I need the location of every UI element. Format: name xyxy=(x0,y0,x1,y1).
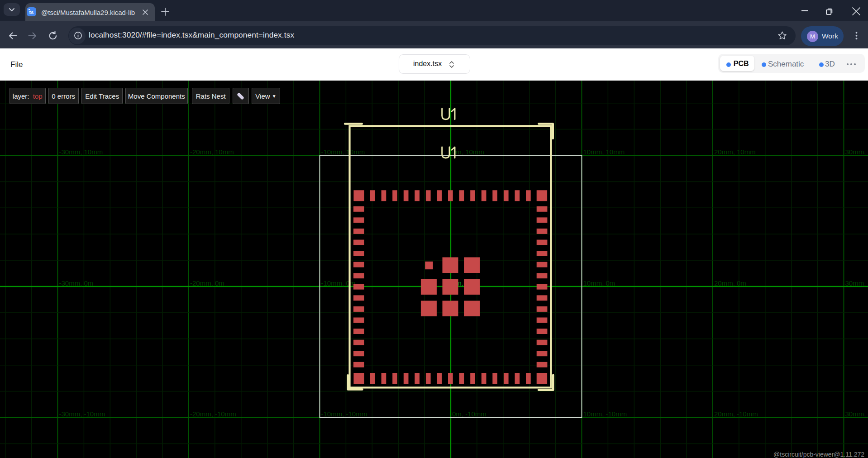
svg-text:30mm, 10mm: 30mm, 10mm xyxy=(845,148,868,156)
svg-text:30mm, 0m: 30mm, 0m xyxy=(845,279,868,287)
svg-text:20mm, 10mm: 20mm, 10mm xyxy=(714,148,756,156)
svg-text:10mm, 0m: 10mm, 0m xyxy=(583,279,615,287)
svg-text:10mm, 10mm: 10mm, 10mm xyxy=(583,148,625,156)
svg-text:-30mm, -10mm: -30mm, -10mm xyxy=(59,410,105,418)
svg-text:30mm, -10mm: 30mm, -10mm xyxy=(845,410,868,418)
svg-text:-20mm, 10mm: -20mm, 10mm xyxy=(190,148,234,156)
svg-text:-10mm, -10mm: -10mm, -10mm xyxy=(321,410,367,418)
svg-text:20mm, -10mm: 20mm, -10mm xyxy=(714,410,758,418)
svg-text:0m, 10mm: 0m, 10mm xyxy=(452,148,484,156)
svg-text:-20mm, 0m: -20mm, 0m xyxy=(190,279,224,287)
svg-text:-30mm, 10mm: -30mm, 10mm xyxy=(59,148,103,156)
svg-text:20mm, 0m: 20mm, 0m xyxy=(714,279,746,287)
svg-text:10mm, -10mm: 10mm, -10mm xyxy=(583,410,627,418)
svg-text:-20mm, -10mm: -20mm, -10mm xyxy=(190,410,236,418)
svg-text:0m, -10mm: 0m, -10mm xyxy=(452,410,486,418)
svg-text:-30mm, 0m: -30mm, 0m xyxy=(59,279,94,287)
svg-text:-10mm, 10mm: -10mm, 10mm xyxy=(321,148,365,156)
